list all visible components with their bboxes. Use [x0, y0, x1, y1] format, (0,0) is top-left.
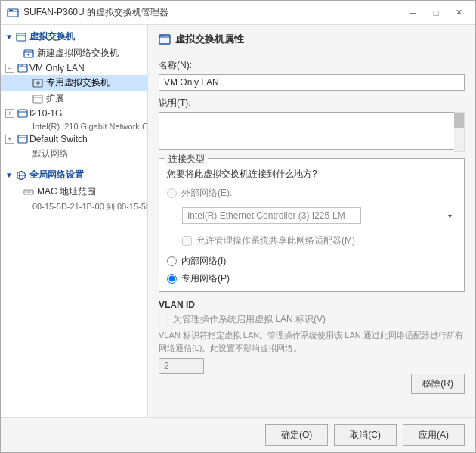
desc-row: 说明(T):: [159, 97, 465, 152]
vlan-checkbox[interactable]: [159, 315, 168, 324]
vm-only-lan-sub-item[interactable]: 专用虚拟交换机: [1, 75, 147, 91]
vm-only-lan-group[interactable]: − VM Only LAN: [1, 61, 147, 75]
desc-textarea[interactable]: [159, 112, 465, 150]
bottom-bar: 确定(O) 取消(C) 应用(A): [1, 417, 475, 452]
svg-point-2: [9, 9, 11, 11]
switch-section-icon: [16, 32, 26, 42]
i210-sub-item[interactable]: Intel(R) I210 Gigabit Network Co...: [1, 120, 147, 132]
maximize-button[interactable]: □: [425, 5, 447, 20]
default-switch-icon: [17, 134, 28, 144]
svg-point-12: [21, 65, 23, 67]
shared-checkbox[interactable]: [182, 236, 192, 246]
vlan-input[interactable]: [159, 358, 204, 374]
global-icon: [16, 170, 26, 181]
adapter-dropdown-row: Intel(R) Ethernet Controller (3) I225-LM: [182, 207, 456, 224]
connection-box-content: 您要将此虚拟交换机连接到什么地方? 外部网络(E): Intel(R: [167, 168, 456, 285]
desc-scrollbar-thumb: [454, 113, 464, 128]
radio-internal[interactable]: [167, 256, 177, 266]
radio-internal-row: 内部网络(I): [167, 255, 456, 268]
expand-icon: [32, 94, 43, 104]
radio-private-label: 专用网络(P): [181, 272, 230, 285]
app-icon: [7, 7, 19, 19]
expand-default-switch[interactable]: +: [5, 135, 14, 144]
vlan-checkbox-label: 为管理操作系统启用虚拟 LAN 标识(V): [173, 313, 326, 326]
svg-rect-4: [17, 33, 26, 41]
radio-external[interactable]: [167, 188, 177, 198]
global-label: 全局网络设置: [29, 169, 84, 182]
minimize-button[interactable]: ─: [403, 5, 424, 20]
title-text: SUFAN-P360U 的虚拟交换机管理器: [23, 6, 168, 19]
i210-label: I210-1G: [29, 108, 62, 119]
vlan-checkbox-row: 为管理操作系统启用虚拟 LAN 标识(V): [159, 313, 465, 326]
panel-title-row: 虚拟交换机属性: [159, 33, 465, 51]
connection-section-title: 连接类型: [165, 153, 208, 166]
connection-desc: 您要将此虚拟交换机连接到什么地方?: [167, 168, 456, 181]
mac-sub-item[interactable]: 00-15-5D-21-1B-00 到 00-15-5D-...: [1, 200, 147, 214]
expand-vm-only-lan[interactable]: −: [5, 64, 14, 73]
global-chevron-icon: ▼: [5, 171, 13, 179]
expand-i210[interactable]: +: [5, 109, 14, 118]
chevron-icon: ▼: [5, 33, 13, 41]
ok-button[interactable]: 确定(O): [265, 424, 328, 446]
adapter-dropdown[interactable]: Intel(R) Ethernet Controller (3) I225-LM: [182, 207, 361, 224]
virtual-switch-section-header[interactable]: ▼ 虚拟交换机: [1, 28, 147, 45]
vlan-section: VLAN ID 为管理操作系统启用虚拟 LAN 标识(V) VLAN 标识符指定…: [159, 299, 465, 374]
radio-private-row: 专用网络(P): [167, 272, 456, 285]
close-button[interactable]: ✕: [448, 5, 469, 20]
global-section-header[interactable]: ▼ 全局网络设置: [1, 166, 147, 184]
title-bar-left: SUFAN-P360U 的虚拟交换机管理器: [7, 6, 168, 19]
svg-rect-16: [33, 95, 42, 103]
radio-external-label: 外部网络(E):: [181, 187, 232, 200]
default-switch-group[interactable]: + Default Switch: [1, 132, 147, 146]
expand-label: 扩展: [46, 92, 64, 105]
title-buttons: ─ □ ✕: [403, 5, 469, 20]
name-input[interactable]: [159, 74, 465, 91]
i210-sub-label: Intel(R) I210 Gigabit Network Co...: [32, 122, 147, 131]
i210-group[interactable]: + I210-1G: [1, 107, 147, 120]
shared-checkbox-row: 允许管理操作系统共享此网络适配器(M): [182, 234, 456, 247]
virtual-switch-label: 虚拟交换机: [29, 30, 75, 43]
vm-only-lan-sub-label: 专用虚拟交换机: [46, 76, 110, 89]
new-switch-item[interactable]: + 新建虚拟网络交换机: [1, 45, 147, 61]
radio-group: 外部网络(E): Intel(R) Ethernet Controller (3…: [167, 187, 456, 285]
svg-rect-18: [18, 110, 27, 117]
name-row: 名称(N):: [159, 59, 465, 91]
remove-button[interactable]: 移除(R): [411, 374, 465, 394]
desc-textarea-wrapper: [159, 112, 465, 152]
vlan-desc: VLAN 标识符指定虚拟 LAN。管理操作系统使用该 LAN 通过此网络适配器进…: [159, 329, 465, 354]
i210-icon: [17, 108, 28, 119]
radio-private[interactable]: [167, 274, 177, 284]
panel-title-icon: [159, 33, 171, 45]
mac-item[interactable]: MAC 地址范围: [1, 184, 147, 200]
default-switch-label: Default Switch: [29, 134, 88, 144]
vlan-title: VLAN ID: [159, 299, 465, 310]
svg-point-11: [20, 65, 21, 67]
title-bar: SUFAN-P360U 的虚拟交换机管理器 ─ □ ✕: [1, 1, 475, 25]
panel-title-text: 虚拟交换机属性: [175, 33, 244, 46]
radio-external-row: 外部网络(E):: [167, 187, 456, 200]
default-sub-label: 默认网络: [32, 147, 69, 160]
radio-internal-label: 内部网络(I): [181, 255, 226, 268]
left-panel: ▼ 虚拟交换机 + 新建虚拟网络交换机 −: [1, 25, 148, 417]
main-window: SUFAN-P360U 的虚拟交换机管理器 ─ □ ✕ ▼ 虚拟交换机: [0, 0, 476, 453]
svg-rect-20: [18, 135, 27, 143]
mac-label: MAC 地址范围: [37, 185, 96, 198]
mac-icon: [23, 187, 34, 197]
desc-label: 说明(T):: [159, 97, 465, 110]
vm-only-lan-label: VM Only LAN: [29, 63, 85, 73]
new-switch-icon: +: [23, 48, 34, 59]
shared-checkbox-label: 允许管理操作系统共享此网络适配器(M): [196, 234, 355, 247]
mac-sub-label: 00-15-5D-21-1B-00 到 00-15-5D-...: [32, 201, 147, 213]
svg-point-29: [161, 36, 162, 37]
desc-scrollbar[interactable]: [454, 112, 465, 152]
private-switch-icon: [32, 78, 43, 88]
expand-item[interactable]: 扩展: [1, 91, 147, 107]
default-sub-item[interactable]: 默认网络: [1, 146, 147, 162]
apply-button[interactable]: 应用(A): [403, 424, 465, 446]
name-label: 名称(N):: [159, 59, 465, 72]
connection-section: 连接类型 您要将此虚拟交换机连接到什么地方? 外部网络(E):: [159, 158, 465, 292]
cancel-button[interactable]: 取消(C): [334, 424, 397, 446]
svg-text:+: +: [26, 51, 30, 58]
vm-only-lan-icon: [17, 63, 28, 73]
new-switch-label: 新建虚拟网络交换机: [37, 47, 119, 60]
